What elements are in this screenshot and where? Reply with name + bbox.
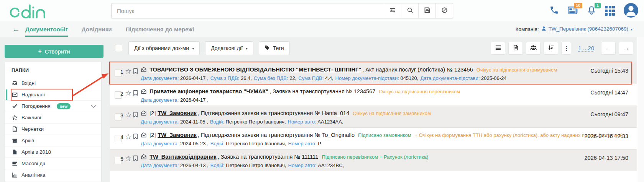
search-filters-button[interactable] [384, 3, 401, 18]
phone-button[interactable] [549, 5, 559, 16]
meta-label: Номер авто: [288, 162, 317, 168]
star-icon [12, 115, 18, 120]
pagination-link[interactable]: 1 ...20 [578, 45, 594, 52]
scrollbar[interactable] [637, 37, 644, 182]
news-button[interactable]: 10 [567, 5, 578, 16]
chevron-down-icon[interactable] [91, 103, 96, 108]
select-all-checkbox[interactable] [115, 45, 122, 52]
company-name-link[interactable]: TW_Перевізник (9864232607069) [549, 26, 628, 32]
counterparties-button[interactable] [526, 42, 540, 55]
status-badge: Очікує на підписання замовником [353, 110, 431, 116]
list-view-button[interactable] [491, 42, 505, 55]
next-page-button[interactable] [619, 42, 633, 55]
tab-network[interactable]: Підключення до мережі [126, 21, 194, 37]
sidebar-item-label: Масові дії [21, 161, 45, 166]
sliders-icon [389, 7, 396, 15]
sort-button[interactable] [544, 42, 558, 55]
sidebar-item-vazhlyvi[interactable]: Важливі [5, 112, 101, 123]
extra-actions-dropdown[interactable]: Додаткові дії [205, 41, 253, 55]
document-row[interactable]: 2Приватне акціонерне товариство "ЧУМАК",… [110, 84, 637, 106]
document-date: Сьогодні 09:47 [590, 111, 628, 117]
document-row[interactable]: 4[2]TW_Замовник, Підтвердження заявки на… [110, 128, 637, 150]
bookmark-icon[interactable] [133, 112, 138, 119]
phone-icon [549, 5, 559, 16]
check-icon [12, 103, 18, 109]
prev-page-button[interactable] [601, 42, 616, 55]
linked-count: [2] [150, 132, 156, 138]
document-icon [513, 45, 519, 52]
sidebar-item-label: Аналітика [21, 172, 45, 178]
create-button[interactable]: Створити [5, 45, 104, 58]
document-view-button[interactable] [508, 42, 523, 55]
document-row[interactable]: 5TW_Вантажовідправник, Заявка на транспо… [110, 150, 637, 171]
meta-label: Номер авто: [288, 141, 317, 146]
more-options-button[interactable] [561, 42, 571, 55]
favorite-star-icon[interactable] [125, 110, 131, 119]
back-button[interactable] [10, 21, 22, 37]
tags-label: Теги [273, 45, 284, 51]
folder-list: ВхідніНадісланіПогодженняnewВажливіЧерне… [5, 78, 101, 180]
extra-actions-label: Додаткові дії [211, 45, 243, 51]
caret-down-icon [192, 46, 194, 50]
document-meta-line: Дата документа: 2024-11-05 ,Водій: Петре… [141, 119, 634, 125]
bookmark-icon[interactable] [133, 133, 138, 141]
apps-button[interactable] [605, 6, 615, 16]
sidebar-item-vhidni[interactable]: Вхідні [5, 78, 101, 89]
company-selector[interactable]: Компанія: TW_Перевізник (9864232607069) [516, 21, 632, 37]
company-link[interactable]: TW_Вантажовідправник [150, 154, 217, 160]
meta-label: Дата документа: [141, 75, 179, 81]
profile-button[interactable] [623, 3, 639, 19]
sidebar-item-nadislani[interactable]: Надіслані [5, 89, 101, 100]
meta-value: 22, [289, 75, 296, 81]
sidebar-item-analityka[interactable]: Аналітика [5, 169, 101, 180]
sidebar-item-arhiv[interactable]: Архів [5, 135, 101, 146]
avatar [623, 3, 639, 19]
partial-next-row [110, 171, 637, 182]
envelope-doc-icon [141, 132, 147, 139]
apps-grid-icon [605, 6, 615, 16]
company-link[interactable]: Приватне акціонерне товариство "ЧУМАК" [150, 88, 268, 94]
document-row[interactable]: 3[2]TW_Замовник, Підтвердження заявки на… [110, 106, 637, 128]
tab-directories[interactable]: Довідники [82, 21, 112, 37]
company-link[interactable]: ТОВАРИСТВО З ОБМЕЖЕНОЮ ВІДПОВІДАЛЬНІСТЮ … [150, 67, 361, 73]
bookmark-icon[interactable] [133, 68, 138, 76]
sidebar-item-pogodzhennya[interactable]: Погодженняnew [5, 100, 101, 112]
sort-icon [548, 45, 554, 52]
bookmark-icon[interactable] [133, 90, 138, 98]
top-header: 10 1 [0, 0, 644, 21]
tab-documents[interactable]: Документообіг [25, 21, 68, 37]
document-list: 1ТОВАРИСТВО З ОБМЕЖЕНОЮ ВІДПОВІДАЛЬНІСТЮ… [110, 62, 637, 182]
favorite-star-icon[interactable] [125, 67, 131, 76]
meta-value: AA1234AA, [317, 119, 343, 125]
notifications-button[interactable]: 1 [586, 5, 596, 16]
company-link[interactable]: TW_Замовник [158, 110, 197, 116]
favorite-star-icon[interactable] [125, 154, 131, 163]
favorite-star-icon[interactable] [125, 132, 131, 141]
sidebar-item-chernetky[interactable]: Чернетки [5, 123, 101, 135]
selected-actions-dropdown[interactable]: Дії з обраними док-ми [128, 41, 200, 55]
favorite-star-icon[interactable] [125, 89, 131, 98]
meta-label: Водій: [210, 141, 225, 146]
clear-search-button[interactable] [435, 3, 453, 18]
list-view-icon [495, 45, 501, 52]
search-button[interactable] [401, 3, 418, 18]
tags-button[interactable]: Теги [259, 41, 289, 55]
meta-label: Дата документа-підстави: [420, 75, 480, 81]
meta-label: Дата документа: [141, 141, 179, 146]
sidebar-item-arhiv2018[interactable]: Архів з 2018 [5, 146, 101, 158]
sidebar-item-masovi[interactable]: Масові дії [5, 158, 101, 169]
meta-value: 26.4, [241, 75, 252, 81]
meta-label: Сума ПДВ: [298, 75, 324, 81]
new-badge: new [57, 103, 71, 109]
draft-icon [12, 126, 18, 132]
document-title: , Підтвердження заявки на транспортуванн… [198, 110, 349, 116]
nav-tabs: ДокументообігДовідникиПідключення до мер… [25, 21, 194, 37]
meta-label: Дата документа: [141, 97, 179, 103]
save-search-button[interactable] [418, 3, 435, 18]
company-link[interactable]: TW_Замовник [158, 132, 197, 138]
document-row[interactable]: 1ТОВАРИСТВО З ОБМЕЖЕНОЮ ВІДПОВІДАЛЬНІСТЮ… [110, 62, 637, 84]
bookmark-icon[interactable] [133, 155, 138, 163]
edin-logo[interactable] [7, 3, 50, 19]
folders-panel: ПАПКИ ВхідніНадісланіПогодженняnewВажлив… [5, 61, 102, 182]
search-input[interactable] [112, 3, 384, 18]
